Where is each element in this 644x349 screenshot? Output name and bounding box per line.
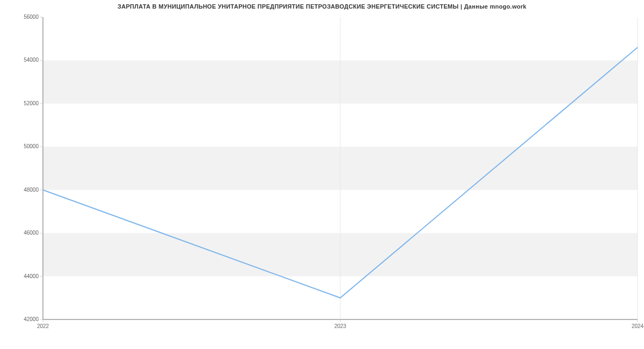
x-tick-label: 2023 (334, 323, 347, 329)
plot-area: 4200044000460004800050000520005400056000… (43, 17, 638, 331)
x-tick-label: 2022 (37, 323, 49, 329)
chart-svg: 4200044000460004800050000520005400056000… (43, 17, 638, 331)
chart-title: ЗАРПЛАТА В МУНИЦИПАЛЬНОЕ УНИТАРНОЕ ПРЕДП… (0, 3, 644, 10)
y-tick-label: 56000 (24, 14, 39, 20)
y-tick-label: 52000 (24, 100, 39, 106)
y-tick-label: 48000 (24, 187, 39, 193)
y-tick-label: 42000 (24, 316, 39, 322)
x-tick-label: 2024 (632, 323, 644, 329)
y-tick-label: 44000 (24, 273, 39, 279)
y-tick-label: 54000 (24, 57, 39, 63)
y-tick-label: 46000 (24, 230, 39, 236)
y-tick-label: 50000 (24, 143, 39, 149)
